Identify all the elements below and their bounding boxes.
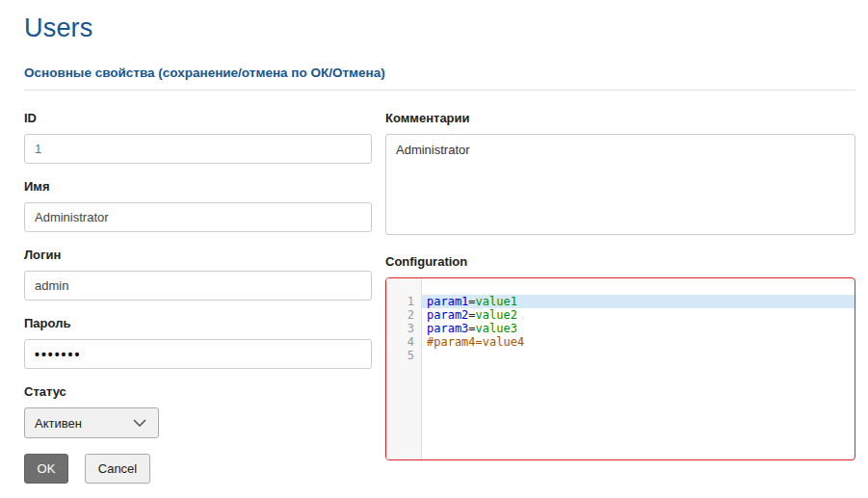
- id-input[interactable]: [24, 134, 372, 164]
- field-name: Имя: [24, 179, 372, 232]
- section-subtitle: Основные свойства (сохранение/отмена по …: [24, 66, 868, 80]
- line-number: 1: [386, 295, 422, 308]
- users-page: Users Основные свойства (сохранение/отме…: [0, 0, 868, 484]
- left-column: ID Имя Логин Пароль Статус Активен: [24, 111, 372, 484]
- config-editor-lines: 1param1=value12param2=value23param3=valu…: [386, 278, 855, 362]
- line-number: 3: [386, 322, 422, 335]
- name-label: Имя: [24, 179, 372, 194]
- editor-line[interactable]: 4#param4=value4: [386, 335, 855, 349]
- line-code: [422, 349, 855, 362]
- field-login: Логин: [24, 248, 372, 301]
- ok-button[interactable]: OK: [24, 454, 68, 484]
- field-password: Пароль: [24, 316, 372, 369]
- field-status: Статус Активен: [24, 384, 372, 438]
- button-row: OK Cancel: [24, 454, 372, 484]
- password-input[interactable]: [24, 339, 372, 369]
- field-comments: Комментарии Administrator: [385, 111, 855, 239]
- configuration-label: Configuration: [385, 254, 855, 269]
- field-configuration: Configuration 1param1=value12param2=valu…: [385, 254, 855, 460]
- comments-label: Комментарии: [385, 111, 855, 125]
- status-select[interactable]: Активен: [24, 407, 159, 438]
- right-column: Комментарии Administrator Configuration …: [385, 111, 855, 476]
- line-number: 5: [386, 349, 422, 362]
- editor-line[interactable]: 2param2=value2: [386, 308, 855, 322]
- status-label: Статус: [24, 384, 372, 399]
- field-id: ID: [24, 111, 372, 164]
- id-label: ID: [24, 111, 372, 125]
- chevron-down-icon: [133, 419, 146, 427]
- login-label: Логин: [24, 248, 372, 262]
- config-code-editor[interactable]: 1param1=value12param2=value23param3=valu…: [385, 277, 855, 460]
- line-code: param3=value3: [422, 322, 855, 335]
- line-number: 4: [386, 335, 422, 349]
- status-selected-value: Активен: [35, 416, 82, 431]
- editor-line[interactable]: 1param1=value1: [386, 295, 855, 308]
- cancel-button[interactable]: Cancel: [85, 454, 150, 484]
- editor-line[interactable]: 3param3=value3: [386, 322, 855, 335]
- line-code: param2=value2: [422, 308, 855, 322]
- user-form: ID Имя Логин Пароль Статус Активен: [24, 111, 868, 484]
- editor-line[interactable]: 5: [386, 349, 855, 362]
- line-code: #param4=value4: [422, 335, 855, 349]
- comments-textarea[interactable]: Administrator: [385, 134, 855, 235]
- name-input[interactable]: [24, 202, 372, 232]
- login-input[interactable]: [24, 271, 372, 301]
- line-number: 2: [386, 308, 422, 322]
- divider: [24, 90, 855, 91]
- page-title: Users: [24, 13, 868, 43]
- password-label: Пароль: [24, 316, 372, 330]
- line-code: param1=value1: [422, 295, 855, 308]
